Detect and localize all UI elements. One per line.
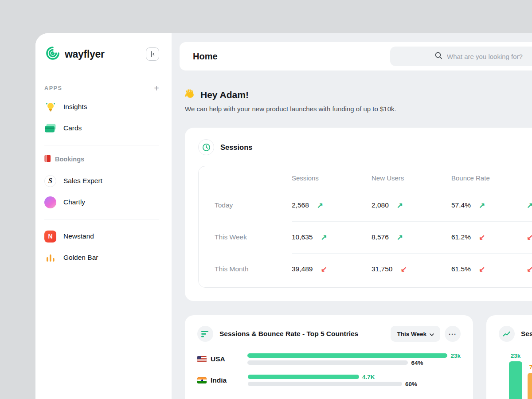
metric-value: 2,568 bbox=[292, 201, 309, 209]
menu-item-label: Chartly bbox=[63, 198, 85, 206]
brand: wayflyer bbox=[44, 45, 105, 63]
trend-down-icon: ↙ bbox=[527, 233, 532, 242]
metric-cell: 61.2%↙ bbox=[451, 233, 527, 242]
top-bar: Home bbox=[180, 42, 532, 70]
metric-cell: 2,568↗ bbox=[292, 201, 372, 210]
sidebar-divider bbox=[44, 145, 159, 145]
sidebar-item-sales-expert[interactable]: S Sales Expert bbox=[44, 170, 159, 192]
metric-cell: 61.5%↙ bbox=[451, 265, 527, 274]
sidebar-item-chartly[interactable]: Chartly bbox=[44, 192, 159, 213]
newstand-avatar: N bbox=[44, 231, 56, 243]
usa-flag-icon bbox=[197, 356, 207, 362]
clipped-trend-cell: ↗ bbox=[527, 201, 532, 210]
clipped-trend-cell: ↙ bbox=[527, 265, 532, 274]
trend-down-icon: ↙ bbox=[527, 265, 532, 274]
table-row: Today2,568↗2,080↗57.4%↗↗ bbox=[215, 189, 532, 221]
metric-value: 57.4% bbox=[451, 201, 471, 209]
country-name: India bbox=[197, 376, 248, 384]
trend-up-icon: ↗ bbox=[317, 201, 323, 210]
row-label: This Week bbox=[215, 233, 292, 241]
countries-card-title: Sessions & Bounce Rate - Top 5 Countries bbox=[219, 330, 358, 338]
app-window: wayflyer APPS + bbox=[35, 33, 532, 399]
search-icon bbox=[434, 51, 442, 61]
metric-value: 31,750 bbox=[372, 265, 392, 273]
mini-bar bbox=[509, 361, 522, 399]
chevron-down-icon bbox=[430, 331, 434, 337]
menu-item-label: Newstand bbox=[63, 232, 94, 240]
menu-item-label: Cards bbox=[63, 124, 82, 132]
bounce-bar-line: 60% bbox=[248, 382, 417, 386]
sessions-mini-card: Sessions 23k72k bbox=[486, 315, 532, 399]
mini-bar-value: 23k bbox=[511, 352, 521, 359]
metric-cell: 10,635↗ bbox=[292, 233, 372, 242]
metric-cell: 31,750↙ bbox=[372, 265, 451, 274]
metric-value: 8,576 bbox=[372, 233, 389, 241]
wayflyer-logo-icon bbox=[44, 45, 61, 63]
country-bars: 23k64% bbox=[247, 353, 461, 365]
menu-item-label: Golden Bar bbox=[63, 254, 98, 262]
sessions-bar-line: 4.7K bbox=[248, 375, 417, 379]
time-filter-dropdown[interactable]: This Week bbox=[391, 326, 440, 342]
sidebar-item-insights[interactable]: Insights bbox=[44, 96, 159, 117]
country-row: USA23k64% bbox=[197, 353, 461, 365]
sessions-bar-line: 23k bbox=[247, 353, 461, 358]
row-label: This Month bbox=[215, 265, 292, 273]
trend-up-icon: ↗ bbox=[397, 201, 403, 210]
mini-bar bbox=[528, 373, 532, 399]
sessions-value: 4.7K bbox=[362, 374, 375, 380]
metric-cell: 2,080↗ bbox=[372, 201, 451, 210]
bottom-cards-row: Sessions & Bounce Rate - Top 5 Countries… bbox=[185, 315, 532, 399]
sessions-value: 23k bbox=[450, 352, 461, 359]
countries-card: Sessions & Bounce Rate - Top 5 Countries… bbox=[185, 315, 473, 399]
trend-down-icon: ↙ bbox=[321, 265, 327, 274]
metric-value: 39,489 bbox=[292, 265, 313, 273]
trend-up-icon: ↗ bbox=[479, 201, 485, 210]
add-app-button[interactable]: + bbox=[154, 84, 159, 93]
brand-name: wayflyer bbox=[65, 48, 105, 60]
metric-cell: 57.4%↗ bbox=[451, 201, 527, 210]
golden-bar-icon bbox=[44, 254, 56, 262]
countries-chart: USA23k64%India4.7K60% bbox=[197, 353, 461, 386]
sidebar-item-golden-bar[interactable]: Golden Bar bbox=[44, 247, 159, 268]
search-box[interactable] bbox=[390, 47, 532, 66]
sales-expert-avatar: S bbox=[44, 175, 56, 187]
metric-cell: 39,489↙ bbox=[292, 265, 372, 274]
trend-line-icon bbox=[499, 326, 515, 342]
sidebar-item-newstand[interactable]: N Newstand bbox=[44, 226, 159, 247]
time-filter-label: This Week bbox=[397, 331, 426, 337]
mini-bar-column: 23k bbox=[509, 352, 522, 399]
main-area: Home bbox=[172, 33, 532, 399]
wave-hand-icon bbox=[185, 88, 196, 101]
column-header-new-users: New Users bbox=[372, 174, 451, 182]
more-options-button[interactable]: ··· bbox=[445, 326, 461, 342]
sessions-bar bbox=[247, 353, 447, 358]
trend-down-icon: ↙ bbox=[479, 265, 485, 274]
table-row: This Month39,489↙31,750↙61.5%↙↙ bbox=[215, 253, 532, 285]
apps-section-label: APPS bbox=[44, 85, 62, 91]
lightbulb-icon bbox=[44, 102, 56, 112]
country-bars: 4.7K60% bbox=[248, 375, 417, 386]
mini-bar-chart: 23k72k bbox=[509, 349, 532, 399]
column-header-sessions: Sessions bbox=[292, 174, 372, 182]
sidebar-divider bbox=[44, 219, 159, 219]
sidebar-item-cards[interactable]: Cards bbox=[44, 117, 159, 139]
bounce-bar-line: 64% bbox=[247, 360, 461, 365]
page-title: Home bbox=[193, 51, 218, 62]
search-input[interactable] bbox=[447, 53, 532, 60]
clipped-trend-cell: ↙ bbox=[527, 233, 532, 242]
trend-up-icon: ↗ bbox=[397, 233, 403, 242]
bookings-section-header: Bookings bbox=[44, 152, 159, 167]
sidebar-collapse-button[interactable] bbox=[146, 47, 159, 61]
menu-item-label: Sales Expert bbox=[63, 177, 102, 185]
table-row: This Week10,635↗8,576↗61.2%↙↙ bbox=[215, 221, 532, 253]
sessions-table: Sessions New Users Bounce Rate Today2,56… bbox=[198, 166, 532, 288]
mini-bar-value: 72k bbox=[529, 364, 532, 371]
metric-value: 61.5% bbox=[451, 265, 471, 273]
greeting-block: Hey Adam! We can help with your new prod… bbox=[185, 88, 532, 113]
sessions-card-title: Sessions bbox=[220, 143, 252, 152]
menu-item-label: Insights bbox=[63, 103, 87, 111]
metric-value: 10,635 bbox=[292, 233, 313, 241]
country-row: India4.7K60% bbox=[197, 375, 461, 386]
india-flag-icon bbox=[197, 377, 207, 383]
tools-menu: N Newstand Golden Bar bbox=[44, 226, 159, 268]
